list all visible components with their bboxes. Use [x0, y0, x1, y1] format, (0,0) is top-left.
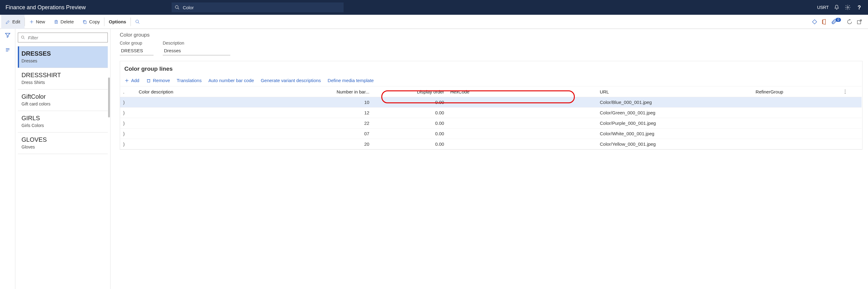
remove-line-button[interactable]: Remove: [146, 78, 170, 83]
search-icon: [135, 19, 140, 24]
trash-icon: [54, 19, 59, 24]
translations-link[interactable]: Translations: [177, 78, 202, 83]
global-search[interactable]: Color: [172, 2, 344, 12]
svg-point-12: [136, 20, 138, 23]
attach-badge: 0: [835, 18, 841, 22]
svg-rect-14: [812, 19, 817, 24]
cell-order: 0.00: [372, 97, 447, 108]
col-more[interactable]: ⋮: [840, 86, 862, 97]
nav-item-desc: Girls Colors: [22, 123, 105, 128]
generate-variant-link[interactable]: Generate variant descriptions: [261, 78, 321, 83]
field-label: Description: [163, 40, 230, 46]
section-title: Color group lines: [120, 61, 862, 77]
delete-button[interactable]: Delete: [50, 15, 78, 29]
svg-text:?: ?: [858, 5, 861, 10]
filter-search-icon: [21, 35, 26, 40]
copy-icon: [82, 19, 87, 24]
nav-item-giftcolor[interactable]: GiftColor Gift card colors: [18, 89, 108, 111]
cell-numbar: 22: [285, 118, 372, 128]
remove-label: Remove: [153, 78, 170, 83]
edit-label: Edit: [12, 19, 20, 24]
nav-item-dressshirt[interactable]: DRESSSHIRT Dress Shirts: [18, 68, 108, 89]
top-bar: Finance and Operations Preview Color USR…: [0, 0, 868, 15]
nav-item-title: GIRLS: [22, 115, 105, 122]
search-text: Color: [183, 5, 194, 10]
actionbar-right: 0: [811, 19, 867, 25]
header-fields: Color group DRESSES Description Dresses: [120, 40, 863, 55]
col-color-description[interactable]: Color description: [136, 86, 285, 97]
refresh-icon[interactable]: [846, 19, 852, 25]
cell-numbar: 12: [285, 108, 372, 118]
svg-line-1: [178, 8, 179, 9]
nav-column: DRESSES Dresses DRESSSHIRT Dress Shirts …: [16, 29, 111, 289]
grid-row[interactable]: ) 10 0.00 Color/Blue_000_001.jpeg: [120, 97, 862, 108]
grid-header-row: . Color description Number in bar... Dis…: [120, 86, 862, 97]
cell-order: 0.00: [372, 128, 447, 139]
layout: DRESSES Dresses DRESSSHIRT Dress Shirts …: [0, 29, 868, 289]
cell-url: Color/Yellow_000_001.jpeg: [596, 139, 752, 149]
svg-rect-11: [84, 21, 86, 24]
action-bar: Edit New Delete Copy Options 0: [0, 15, 868, 29]
nav-item-title: GLOVES: [22, 136, 105, 143]
cell-order: 0.00: [372, 118, 447, 128]
search-button[interactable]: [131, 15, 144, 29]
cell-url: Color/White_000_001.jpeg: [596, 128, 752, 139]
nav-item-desc: Dress Shirts: [22, 80, 105, 85]
lines-panel: Color group lines Add Remove Translation…: [120, 61, 863, 150]
nav-item-gloves[interactable]: GLOVES Gloves: [18, 133, 108, 154]
grid-row[interactable]: ) 20 0.00 Color/Yellow_000_001.jpeg: [120, 139, 862, 149]
office-icon[interactable]: [821, 19, 828, 25]
svg-point-2: [847, 7, 849, 8]
new-label: New: [36, 19, 45, 24]
nav-item-dresses[interactable]: DRESSES Dresses: [18, 47, 108, 68]
col-url[interactable]: URL: [596, 86, 752, 97]
grid-row[interactable]: ) 22 0.00 Color/Purple_000_001.jpeg: [120, 118, 862, 128]
cell-url: Color/Blue_000_001.jpeg: [596, 97, 752, 108]
options-label: Options: [109, 19, 126, 24]
user-code[interactable]: USRT: [817, 5, 829, 10]
left-strip: [0, 29, 16, 289]
search-icon: [175, 5, 180, 10]
funnel-icon[interactable]: [5, 32, 11, 38]
edit-button[interactable]: Edit: [1, 15, 25, 29]
copy-label: Copy: [89, 19, 100, 24]
filter-input-wrap[interactable]: [18, 33, 108, 42]
plus-icon: [124, 78, 129, 83]
options-button[interactable]: Options: [104, 15, 130, 29]
nav-item-girls[interactable]: GIRLS Girls Colors: [18, 111, 108, 133]
bell-icon[interactable]: [834, 4, 840, 10]
new-button[interactable]: New: [25, 15, 50, 29]
lines-grid: . Color description Number in bar... Dis…: [120, 86, 862, 149]
diamond-icon[interactable]: [811, 19, 818, 25]
cell-order: 0.00: [372, 108, 447, 118]
copy-button[interactable]: Copy: [78, 15, 104, 29]
nav-item-desc: Dresses: [22, 58, 105, 63]
nav-item-title: DRESSSHIRT: [22, 71, 105, 79]
svg-rect-6: [55, 21, 57, 23]
nav-scrollbar[interactable]: [108, 78, 110, 117]
gear-icon[interactable]: [845, 4, 851, 10]
cell-numbar: 10: [285, 97, 372, 108]
popout-icon[interactable]: [856, 19, 863, 25]
svg-rect-24: [147, 79, 150, 82]
field-value[interactable]: DRESSES: [120, 47, 154, 55]
filter-input[interactable]: [28, 35, 105, 40]
col-display-order[interactable]: Display order: [372, 86, 447, 97]
nav-item-desc: Gloves: [22, 144, 105, 149]
add-line-button[interactable]: Add: [124, 78, 140, 83]
col-hexcode[interactable]: HexCode: [447, 86, 596, 97]
help-icon[interactable]: ?: [856, 4, 862, 10]
field-value[interactable]: Dresses: [163, 47, 230, 55]
grid-row[interactable]: ) 07 0.00 Color/White_000_001.jpeg: [120, 128, 862, 139]
topbar-right: USRT ?: [817, 4, 862, 10]
nav-item-title: GiftColor: [22, 93, 105, 100]
col-number-in-bar[interactable]: Number in bar...: [285, 86, 372, 97]
list-icon[interactable]: [5, 47, 11, 53]
media-template-link[interactable]: Define media template: [328, 78, 374, 83]
auto-number-link[interactable]: Auto number bar code: [209, 78, 254, 83]
col-refiner-group[interactable]: RefinerGroup: [752, 86, 840, 97]
pencil-icon: [5, 19, 10, 24]
grid-row[interactable]: ) 12 0.00 Color/Green_000_001.jpeg: [120, 108, 862, 118]
line-actions: Add Remove Translations Auto number bar …: [120, 77, 862, 86]
nav-item-desc: Gift card colors: [22, 102, 105, 106]
